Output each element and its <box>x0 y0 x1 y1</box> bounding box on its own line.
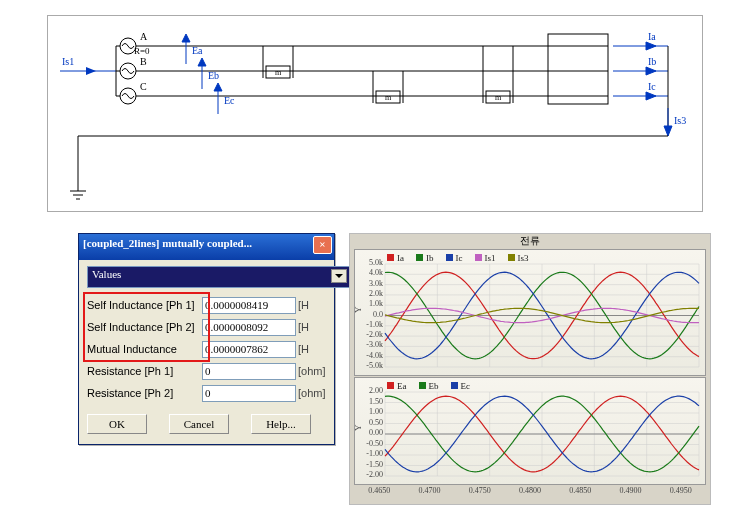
label-is1: Is1 <box>62 56 74 67</box>
svg-marker-38 <box>664 126 672 136</box>
label-ib: Ib <box>648 56 656 67</box>
coupled-block-3: m <box>483 46 513 103</box>
ok-button[interactable]: OK <box>87 414 147 434</box>
svg-marker-35 <box>646 92 656 100</box>
ytick: 1.00 <box>357 407 383 416</box>
row-r2: Resistance [Ph 2] [ohm] <box>87 382 326 404</box>
label-self-l2: Self Inductance [Ph 2] <box>87 321 202 333</box>
ytick: 2.0k <box>357 289 383 298</box>
ytick: -5.0k <box>357 361 383 370</box>
x-axis-ticks: 0.46500.47000.47500.48000.48500.49000.49… <box>354 486 706 496</box>
ytick: -4.0k <box>357 351 383 360</box>
ytick: 5.0k <box>357 258 383 267</box>
plot-currents: Y IaIbIcIs1Is3 5.0k4.0k3.0k2.0k1.0k0.0-1… <box>354 249 706 376</box>
label-eb: Eb <box>208 70 219 81</box>
xtick: 0.4650 <box>354 486 404 496</box>
xtick: 0.4850 <box>555 486 605 496</box>
help-button[interactable]: Help... <box>251 414 311 434</box>
ytick: -2.00 <box>357 470 383 479</box>
label-ec: Ec <box>224 95 235 106</box>
svg-marker-17 <box>214 83 222 91</box>
load-block <box>548 34 608 104</box>
coupled-block-2: m <box>373 71 403 103</box>
input-mutual-l[interactable] <box>202 341 296 358</box>
label-mutual-l: Mutual Inductance <box>87 343 202 355</box>
label-source-b: B <box>140 56 147 67</box>
row-r1: Resistance [Ph 1] [ohm] <box>87 360 326 382</box>
ytick: -2.0k <box>357 330 383 339</box>
label-is3: Is3 <box>674 115 686 126</box>
svg-marker-15 <box>198 58 206 66</box>
svg-text:m: m <box>385 93 392 102</box>
xtick: 0.4950 <box>656 486 706 496</box>
input-self-l2[interactable] <box>202 319 296 336</box>
svg-marker-13 <box>182 34 190 42</box>
ytick: 3.0k <box>357 279 383 288</box>
xtick: 0.4750 <box>455 486 505 496</box>
svg-marker-33 <box>646 67 656 75</box>
row-self-l2: Self Inductance [Ph 2] [H <box>87 316 326 338</box>
close-icon[interactable]: × <box>313 236 332 254</box>
svg-marker-7 <box>86 67 96 75</box>
ytick: 4.0k <box>357 268 383 277</box>
unit-r2: [ohm] <box>298 387 326 399</box>
label-source-c: C <box>140 81 147 92</box>
ytick: -3.0k <box>357 340 383 349</box>
label-ia: Ia <box>648 31 656 42</box>
ytick: -1.0k <box>357 320 383 329</box>
xtick: 0.4800 <box>505 486 555 496</box>
scope-title: 전류 <box>350 234 710 248</box>
label-r2: Resistance [Ph 2] <box>87 387 202 399</box>
label-ea: Ea <box>192 45 203 56</box>
ytick: 0.50 <box>357 418 383 427</box>
unit-self-l2: [H <box>298 321 309 333</box>
ytick: -0.50 <box>357 439 383 448</box>
circuit-schematic: A B C R=0 Is1 Ea Eb Ec <box>47 15 703 212</box>
label-source-a: A <box>140 31 148 42</box>
values-dropdown[interactable]: Values <box>87 266 350 288</box>
label-ic: Ic <box>648 81 656 92</box>
plot-voltages: Y EaEbEc 2.001.501.000.500.00-0.50-1.00-… <box>354 377 706 485</box>
unit-self-l1: [H <box>298 299 309 311</box>
svg-text:m: m <box>275 68 282 77</box>
input-self-l1[interactable] <box>202 297 296 314</box>
ytick: 0.00 <box>357 428 383 437</box>
coupled-lines-dialog: [coupled_2lines] mutually coupled... × V… <box>78 233 335 445</box>
waveform-panel: 전류 Y IaIbIcIs1Is3 5.0k4.0k3.0k2.0k1.0k0.… <box>349 233 711 505</box>
label-self-l1: Self Inductance [Ph 1] <box>87 299 202 311</box>
input-r1[interactable] <box>202 363 296 380</box>
svg-text:m: m <box>495 93 502 102</box>
dialog-title-text: [coupled_2lines] mutually coupled... <box>83 237 252 249</box>
ytick: 1.0k <box>357 299 383 308</box>
unit-mutual-l: [H <box>298 343 309 355</box>
input-r2[interactable] <box>202 385 296 402</box>
ytick: 2.00 <box>357 386 383 395</box>
values-dropdown-label: Values <box>92 268 121 280</box>
ytick: 1.50 <box>357 397 383 406</box>
coupled-block-1: m <box>263 46 293 78</box>
unit-r1: [ohm] <box>298 365 326 377</box>
cancel-button[interactable]: Cancel <box>169 414 229 434</box>
ytick: -1.50 <box>357 460 383 469</box>
row-self-l1: Self Inductance [Ph 1] [H <box>87 294 326 316</box>
label-r-zero: R=0 <box>134 46 150 56</box>
dialog-titlebar[interactable]: [coupled_2lines] mutually coupled... × <box>79 234 334 260</box>
ytick: -1.00 <box>357 449 383 458</box>
xtick: 0.4900 <box>605 486 655 496</box>
svg-marker-31 <box>646 42 656 50</box>
row-mutual-l: Mutual Inductance [H <box>87 338 326 360</box>
ytick: 0.0 <box>357 310 383 319</box>
label-r1: Resistance [Ph 1] <box>87 365 202 377</box>
xtick: 0.4700 <box>404 486 454 496</box>
